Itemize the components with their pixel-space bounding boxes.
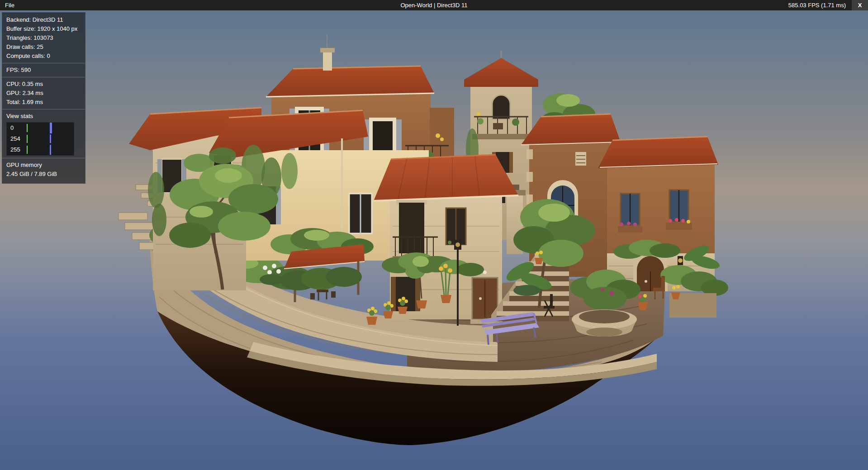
close-button[interactable]: X [852, 0, 868, 10]
purple-marker [50, 134, 51, 143]
file-menu[interactable]: File [0, 0, 19, 10]
gpu-memory-label: GPU memory [2, 161, 85, 170]
stat-row-triangles: Triangles: 103073 [2, 33, 85, 43]
separator [2, 109, 85, 109]
view-stats-row-0: 0 [7, 123, 74, 133]
stat-row-fps: FPS: 590 [2, 66, 85, 75]
view-stats-header: View stats [2, 112, 85, 121]
application-window: File Open-World | Direct3D 11 585.03 FPS… [0, 0, 868, 470]
view-stats-row-1: 254 [7, 133, 74, 144]
stat-row-total: Total: 1.69 ms [2, 98, 85, 107]
view-stats-row-2: 255 [7, 144, 74, 155]
separator [2, 63, 85, 63]
stat-row-draw-calls: Draw calls: 25 [2, 43, 85, 52]
window-title: Open-World | Direct3D 11 [0, 2, 868, 9]
viewport-3d-scene[interactable] [0, 0, 868, 470]
stats-panel: Backend: Direct3D 11 Buffer size: 1920 x… [2, 12, 85, 184]
gpu-memory-value: 2.45 GiB / 7.89 GiB [2, 170, 85, 179]
green-marker [27, 124, 28, 132]
stat-row-backend: Backend: Direct3D 11 [2, 15, 85, 24]
purple-marker [50, 123, 52, 133]
title-bar: File Open-World | Direct3D 11 585.03 FPS… [0, 0, 868, 10]
green-marker [27, 135, 28, 142]
stat-row-cpu: CPU: 0.35 ms [2, 80, 85, 89]
row-label: 254 [7, 134, 20, 143]
stat-row-gpu: GPU: 2.34 ms [2, 89, 85, 98]
view-stats-box: 0 254 255 [6, 122, 74, 156]
stat-row-compute-calls: Compute calls: 0 [2, 52, 85, 61]
purple-marker [50, 145, 51, 155]
separator [2, 158, 85, 158]
row-label: 0 [7, 123, 14, 133]
row-label: 255 [7, 145, 20, 154]
separator [2, 77, 85, 77]
fps-readout: 585.03 FPS (1.71 ms) [788, 2, 846, 9]
green-marker [27, 146, 28, 153]
stat-row-buffer-size: Buffer size: 1920 x 1040 px [2, 24, 85, 33]
